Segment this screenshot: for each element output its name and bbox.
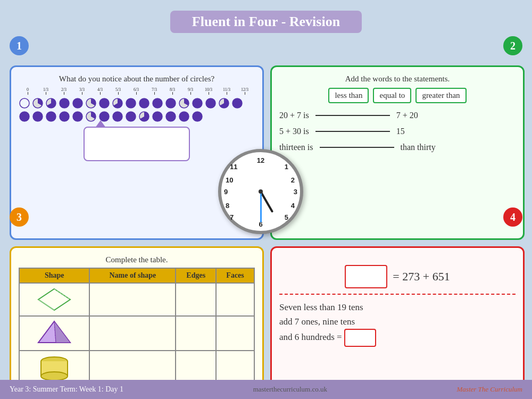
q3-instruction: Complete the table. [19, 255, 255, 264]
q1-question: What do you notice about the number of c… [19, 74, 255, 84]
svg-point-0 [20, 98, 29, 108]
word-tag-less-than: less than [328, 88, 369, 103]
name-cell-1[interactable] [89, 283, 176, 316]
word-tag-equal-to: equal to [373, 88, 411, 103]
minute-hand [260, 192, 262, 222]
col-edges: Edges [176, 268, 216, 283]
statement-3: thirteen is than thirty [279, 143, 516, 152]
svg-point-9 [139, 98, 149, 108]
stmt1-blank[interactable] [315, 115, 390, 116]
svg-point-27 [153, 112, 162, 121]
clock-2: 2 [291, 176, 295, 184]
clock-11: 11 [230, 163, 237, 171]
number-line: 0 1/3 2/3 3/3 4/3 5/3 6/3 7/3 8/3 9/3 10… [19, 88, 255, 95]
stmt3-right: than thirty [401, 143, 436, 152]
col-name: Name of shape [89, 268, 176, 283]
svg-line-33 [38, 300, 54, 310]
svg-point-11 [166, 98, 176, 108]
word-tags: less than equal to greater than [279, 88, 516, 103]
name-cell-2[interactable] [89, 316, 176, 351]
speech-tail [95, 120, 106, 128]
svg-point-18 [33, 112, 43, 121]
statement-1: 20 + 7 is 7 + 20 [279, 111, 516, 120]
dashed-divider [279, 294, 516, 295]
col-shape: Shape [19, 268, 89, 283]
text-problem: Seven less than 19 tens add 7 ones, nine… [279, 300, 516, 347]
circle-0 [19, 97, 30, 109]
page-title: Fluent in Four - Revision [180, 14, 352, 30]
svg-point-13 [193, 98, 202, 108]
svg-point-21 [73, 112, 82, 121]
svg-point-20 [60, 112, 69, 121]
question-2-badge: 2 [503, 36, 522, 55]
cylinder-shape [36, 353, 73, 383]
footer: Year 3: Summer Term: Week 1: Day 1 maste… [0, 380, 532, 399]
svg-point-28 [166, 112, 176, 121]
edges-cell-1[interactable] [176, 283, 216, 316]
hour-hand [260, 191, 273, 213]
clock-container: 12 1 2 3 4 5 6 7 8 9 10 11 [218, 149, 303, 234]
svg-point-6 [99, 98, 109, 108]
text-answer-box[interactable] [344, 329, 376, 347]
stmt1-left: 20 + 7 is [279, 111, 309, 120]
svg-point-4 [73, 98, 82, 108]
footer-brand: Master The Curriculum [457, 385, 523, 394]
svg-point-25 [126, 112, 136, 121]
section-3: Complete the table. Shape Name of shape … [10, 246, 264, 399]
stmt2-left: 5 + 30 is [279, 127, 309, 136]
clock-8: 8 [226, 202, 229, 210]
col-faces: Faces [216, 268, 254, 283]
svg-point-29 [179, 112, 189, 121]
equation-text: = 273 + 651 [393, 270, 450, 284]
svg-point-14 [206, 98, 215, 108]
question-3-badge: 3 [10, 207, 29, 227]
footer-year: Year 3: Summer Term: Week 1: Day 1 [10, 385, 123, 394]
faces-cell-2[interactable] [216, 316, 254, 351]
svg-point-10 [153, 98, 162, 108]
svg-point-19 [46, 112, 56, 121]
svg-point-39 [41, 372, 68, 380]
title-bar: Fluent in Four - Revision [170, 11, 362, 33]
word-tag-greater-than: greater than [415, 88, 466, 103]
faces-cell-1[interactable] [216, 283, 254, 316]
circles-display [19, 97, 255, 122]
stmt3-blank[interactable] [320, 147, 394, 148]
answer-box-1[interactable] [84, 127, 190, 161]
clock-3: 3 [294, 188, 297, 196]
svg-marker-36 [54, 321, 70, 343]
svg-point-30 [193, 112, 202, 121]
pyramid-shape [36, 319, 73, 348]
clock-10: 10 [226, 176, 233, 184]
statement-2: 5 + 30 is 15 [279, 127, 516, 136]
stmt2-right: 15 [396, 127, 405, 136]
clock-12: 12 [257, 156, 264, 164]
clock-7: 7 [230, 213, 234, 221]
q2-instruction: Add the words to the statements. [279, 74, 516, 84]
section-2: Add the words to the statements. less th… [270, 65, 525, 240]
stmt1-right: 7 + 20 [396, 111, 418, 120]
clock-center-dot [259, 189, 263, 194]
footer-website: masterthecurriculum.co.uk [253, 385, 327, 394]
svg-point-24 [113, 112, 122, 121]
question-1-badge: 1 [10, 36, 29, 55]
section-4: = 273 + 651 Seven less than 19 tens add … [270, 246, 525, 399]
clock-9: 9 [224, 188, 228, 196]
svg-point-16 [232, 98, 242, 108]
table-row [19, 283, 254, 316]
table-row [19, 316, 254, 351]
clock-face: 12 1 2 3 4 5 6 7 8 9 10 11 [218, 149, 303, 234]
equation-answer-box[interactable] [345, 265, 387, 288]
question-4-badge: 4 [503, 207, 522, 227]
stmt2-blank[interactable] [315, 131, 390, 132]
rhombus-shape [36, 286, 73, 313]
clock-1: 1 [285, 163, 288, 171]
clock-5: 5 [285, 213, 288, 221]
equation-line: = 273 + 651 [279, 265, 516, 288]
svg-marker-31 [38, 289, 70, 310]
shape-cell-2 [19, 316, 89, 351]
svg-point-8 [126, 98, 136, 108]
svg-point-17 [20, 112, 29, 121]
edges-cell-2[interactable] [176, 316, 216, 351]
shapes-table: Shape Name of shape Edges Faces [19, 268, 255, 386]
shape-cell-1 [19, 283, 89, 316]
